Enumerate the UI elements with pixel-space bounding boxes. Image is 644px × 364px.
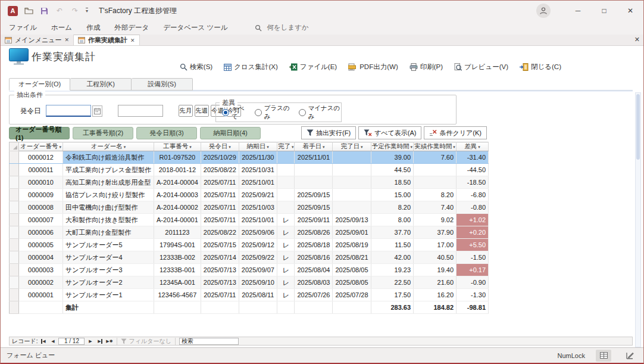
close-tab-icon[interactable]: ✕: [65, 37, 70, 43]
cell-order-number[interactable]: 0000007: [19, 214, 63, 226]
cell-issue-date[interactable]: 2025/07/11: [201, 289, 239, 301]
table-row[interactable]: 0000012 令和鉄工向け鍛造治具製作 R01-097520 2025/10/…: [10, 151, 489, 164]
record-selector[interactable]: [10, 151, 19, 164]
cell-order-name[interactable]: サンプルオーダー1: [63, 289, 154, 301]
cell-issue-date[interactable]: 2025/07/14: [201, 251, 239, 264]
column-header[interactable]: 実績作業時間▾: [414, 142, 457, 151]
cell-issue-date[interactable]: 2025/07/15: [201, 239, 239, 251]
file-export-button[interactable]: ファイル(E): [289, 63, 337, 71]
cell-finish-date[interactable]: 2025/07/28: [333, 289, 371, 301]
column-header[interactable]: 完了日▾: [333, 142, 371, 151]
cell-due-date[interactable]: 2025/09/22: [239, 251, 277, 264]
cell-completed-flag[interactable]: レ: [277, 239, 295, 251]
record-selector[interactable]: [10, 251, 19, 264]
column-dropdown-icon[interactable]: ▾: [411, 145, 413, 149]
column-dropdown-icon[interactable]: ▾: [267, 145, 269, 149]
record-selector[interactable]: [10, 164, 19, 176]
column-dropdown-icon[interactable]: ▾: [453, 145, 455, 149]
cell-order-name[interactable]: 平成工業向けプレス金型製作: [63, 164, 154, 176]
doc-tab-work-results[interactable]: 作業実績集計 ✕: [74, 35, 140, 45]
menu-home[interactable]: ホーム: [51, 23, 72, 32]
cell-work-number[interactable]: 123456-4567: [154, 289, 201, 301]
cell-order-name[interactable]: サンプルオーダー4: [63, 251, 154, 264]
cell-due-date[interactable]: 2025/09/06: [239, 226, 277, 239]
cell-planned-hours[interactable]: 8.00: [371, 214, 414, 226]
cell-diff[interactable]: -6.80: [457, 189, 489, 201]
cell-start-date[interactable]: 2025/07/26: [295, 289, 333, 301]
cell-due-date[interactable]: 2025/09/07: [239, 264, 277, 276]
cell-order-name[interactable]: 田中電機向け曲げ型製作: [63, 201, 154, 214]
cell-issue-date[interactable]: 2025/07/11: [201, 176, 239, 189]
column-header[interactable]: 発令日▾: [201, 142, 239, 151]
sort-by-due-date-button[interactable]: 納期日順(4): [200, 127, 261, 139]
previous-record-button[interactable]: ◀: [49, 338, 57, 344]
cell-order-number[interactable]: 0000012: [19, 151, 63, 164]
run-filter-button[interactable]: 抽出実行(F): [301, 126, 356, 139]
cell-issue-date[interactable]: 2025/07/11: [201, 214, 239, 226]
cell-order-name[interactable]: サンプルオーダー5: [63, 239, 154, 251]
cell-planned-hours[interactable]: 44.50: [371, 164, 414, 176]
cell-due-date[interactable]: 2025/09/21: [239, 189, 277, 201]
cell-actual-hours[interactable]: [414, 164, 457, 176]
menu-file[interactable]: ファイル: [9, 23, 37, 32]
record-selector[interactable]: [10, 226, 19, 239]
cell-order-number[interactable]: 0000010: [19, 176, 63, 189]
cell-order-number[interactable]: 0000005: [19, 239, 63, 251]
cell-order-number[interactable]: 0000002: [19, 276, 63, 289]
cell-planned-hours[interactable]: 8.20: [371, 201, 414, 214]
cell-due-date[interactable]: 2025/10/03: [239, 201, 277, 214]
first-record-button[interactable]: ◀: [39, 338, 47, 344]
record-selector[interactable]: [10, 289, 19, 301]
scrollbar-thumb[interactable]: [636, 94, 640, 160]
cell-actual-hours[interactable]: 9.02: [414, 214, 457, 226]
cell-finish-date[interactable]: 2025/08/05: [333, 276, 371, 289]
column-header[interactable]: 完了▾: [277, 142, 295, 151]
cell-planned-hours[interactable]: 15.00: [371, 189, 414, 201]
cell-diff[interactable]: +5.50: [457, 239, 489, 251]
cell-completed-flag[interactable]: [277, 201, 295, 214]
search-button[interactable]: 検索(S): [180, 63, 212, 71]
print-button[interactable]: 印刷(P): [409, 63, 443, 71]
table-row[interactable]: 0000004 サンプルオーダー4 12333B-002 2025/07/14 …: [10, 251, 489, 264]
cell-finish-date[interactable]: [333, 164, 371, 176]
cell-work-number[interactable]: 12333B-002: [154, 251, 201, 264]
cell-actual-hours[interactable]: 19.40: [414, 264, 457, 276]
cell-planned-hours[interactable]: 39.00: [371, 151, 414, 164]
clear-conditions-button[interactable]: 条件クリア(K): [424, 126, 486, 139]
cell-completed-flag[interactable]: レ: [277, 226, 295, 239]
column-header[interactable]: 予定作業時間▾: [371, 142, 414, 151]
record-selector[interactable]: [10, 276, 19, 289]
cell-actual-hours[interactable]: [414, 176, 457, 189]
cell-finish-date[interactable]: 2025/08/21: [333, 251, 371, 264]
cell-due-date[interactable]: 2025/11/30: [239, 151, 277, 164]
cell-planned-hours[interactable]: 42.00: [371, 251, 414, 264]
column-dropdown-icon[interactable]: ▾: [361, 145, 363, 149]
column-header[interactable]: 差異▾: [457, 142, 489, 151]
cell-order-name[interactable]: 大和製作向け抜き型製作: [63, 214, 154, 226]
column-dropdown-icon[interactable]: ▾: [189, 145, 192, 149]
close-document-icon[interactable]: ✕: [634, 36, 640, 43]
cell-work-number[interactable]: A-2014-00001: [154, 214, 201, 226]
table-row[interactable]: 0000002 サンプルオーダー2 12345A-001 2025/07/13 …: [10, 276, 489, 289]
cell-start-date[interactable]: 2025/08/26: [295, 226, 333, 239]
cell-finish-date[interactable]: 2025/09/13: [333, 214, 371, 226]
sort-by-issue-date-button[interactable]: 発令日順(3): [136, 127, 197, 139]
cell-start-date[interactable]: 2025/11/01: [295, 151, 333, 164]
cell-order-name[interactable]: 協信プレス向け絞り型製作: [63, 189, 154, 201]
cell-issue-date[interactable]: 2025/07/13: [201, 276, 239, 289]
redo-icon[interactable]: ↷: [70, 6, 80, 15]
cell-issue-date[interactable]: 2025/07/11: [201, 189, 239, 201]
last-record-button[interactable]: ▶: [96, 338, 104, 344]
table-row[interactable]: 0000009 協信プレス向け絞り型製作 A-2014-00003 2025/0…: [10, 189, 489, 201]
cell-diff[interactable]: -18.50: [457, 176, 489, 189]
column-dropdown-icon[interactable]: ▾: [292, 145, 294, 149]
doc-tab-main-menu[interactable]: メインメニュー ✕: [1, 35, 74, 45]
design-view-button[interactable]: [622, 350, 637, 362]
cell-due-date[interactable]: 2025/10/31: [239, 164, 277, 176]
table-row[interactable]: 0000001 サンプルオーダー1 123456-4567 2025/07/11…: [10, 289, 489, 301]
cell-issue-date[interactable]: 2025/10/29: [201, 151, 239, 164]
tab-by-process[interactable]: 工程別(K): [70, 78, 132, 91]
cell-finish-date[interactable]: [333, 151, 371, 164]
cell-work-number[interactable]: 12333B-001: [154, 264, 201, 276]
cell-completed-flag[interactable]: [277, 176, 295, 189]
